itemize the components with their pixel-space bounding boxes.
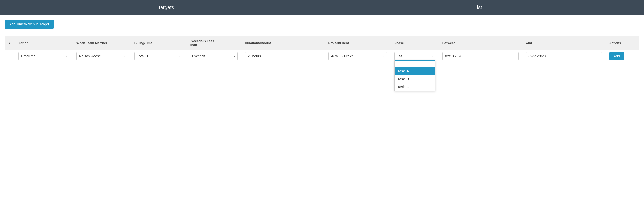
phase-dropdown-container: Tas... Task_A Task_B Task_C Task_A xyxy=(394,52,435,60)
add-time-revenue-target-button[interactable]: Add Time/Revenue Target xyxy=(5,20,54,29)
billing-time-select-wrapper: Total Ti... Billable Time Revenue xyxy=(134,52,182,60)
phase-option-task-c[interactable]: Task_C xyxy=(394,83,435,91)
table-row: Email me Notify team Alert manager Nelso… xyxy=(5,50,639,63)
between-input[interactable] xyxy=(442,52,519,60)
header-targets-title: Targets xyxy=(10,5,322,10)
duration-amount-cell xyxy=(241,50,325,63)
add-row-button[interactable]: Add xyxy=(609,52,624,60)
table-wrapper: # Action When Team Member Billing/Time E… xyxy=(5,36,639,63)
team-member-select-wrapper: Nelson Reese John Smith Jane Doe xyxy=(76,52,127,60)
col-header-action: Action xyxy=(15,36,73,50)
and-input[interactable] xyxy=(526,52,602,60)
phase-option-task-b[interactable]: Task_B xyxy=(394,75,435,83)
content-area: Add Time/Revenue Target # Action When Te… xyxy=(0,15,644,218)
team-member-cell: Nelson Reese John Smith Jane Doe xyxy=(73,50,131,63)
col-header-and: And xyxy=(522,36,606,50)
duration-amount-input[interactable] xyxy=(245,52,321,60)
phase-option-task-a[interactable]: Task_A xyxy=(394,67,435,75)
top-header: Targets List xyxy=(0,0,644,15)
team-member-select[interactable]: Nelson Reese John Smith Jane Doe xyxy=(76,52,127,60)
project-client-cell: ACME - Projec... ACME - Project B Other … xyxy=(325,50,391,63)
action-select[interactable]: Email me Notify team Alert manager xyxy=(18,52,69,60)
col-header-duration-amount: Duration/Amount xyxy=(241,36,325,50)
billing-time-select[interactable]: Total Ti... Billable Time Revenue xyxy=(134,52,182,60)
col-header-billing-time: Billing/Time xyxy=(131,36,186,50)
phase-dropdown-open: Task_A Task_B Task_C xyxy=(394,60,435,91)
and-cell xyxy=(522,50,606,63)
row-number-cell xyxy=(5,50,15,63)
phase-select[interactable]: Tas... Task_A Task_B Task_C xyxy=(394,52,435,60)
table-header-row: # Action When Team Member Billing/Time E… xyxy=(5,36,639,50)
col-header-exceeds: Exceeds/is LessThan xyxy=(186,36,241,50)
exceeds-select[interactable]: Exceeds Is Less Than xyxy=(190,52,238,60)
exceeds-cell: Exceeds Is Less Than xyxy=(186,50,241,63)
action-select-wrapper: Email me Notify team Alert manager xyxy=(18,52,69,60)
project-client-select[interactable]: ACME - Projec... ACME - Project B Other … xyxy=(328,52,388,60)
col-header-project-client: Project/Client xyxy=(325,36,391,50)
col-header-phase: Phase xyxy=(391,36,439,50)
phase-cell: Tas... Task_A Task_B Task_C Task_A xyxy=(391,50,439,63)
project-client-select-wrapper: ACME - Projec... ACME - Project B Other … xyxy=(328,52,388,60)
billing-time-cell: Total Ti... Billable Time Revenue xyxy=(131,50,186,63)
col-header-between: Between xyxy=(439,36,522,50)
exceeds-select-wrapper: Exceeds Is Less Than xyxy=(190,52,238,60)
header-list-title: List xyxy=(322,5,634,10)
phase-search-input[interactable] xyxy=(394,60,435,67)
col-header-actions: Actions xyxy=(606,36,639,50)
targets-table: # Action When Team Member Billing/Time E… xyxy=(5,36,639,63)
phase-select-wrapper: Tas... Task_A Task_B Task_C xyxy=(394,52,435,60)
col-header-when-team-member: When Team Member xyxy=(73,36,131,50)
action-cell: Email me Notify team Alert manager xyxy=(15,50,73,63)
actions-cell: Add xyxy=(606,50,639,63)
col-header-number: # xyxy=(5,36,15,50)
between-cell xyxy=(439,50,522,63)
